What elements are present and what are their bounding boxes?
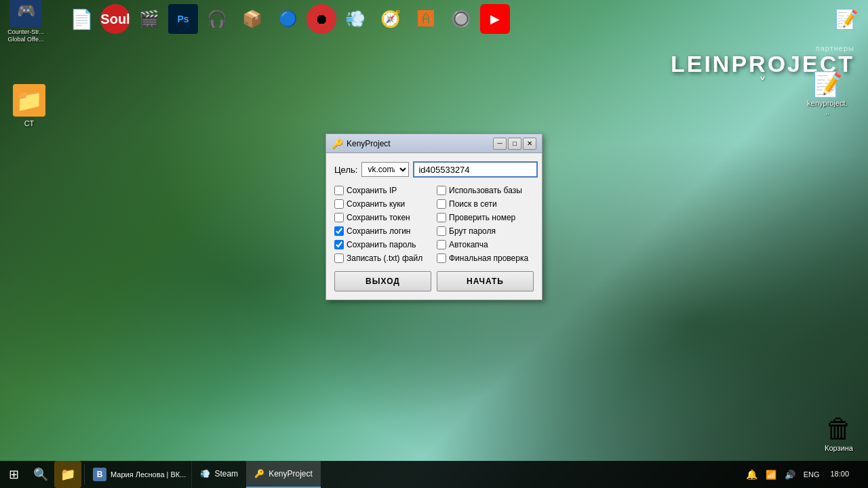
- blank-doc-icon[interactable]: 📄: [65, 3, 98, 35]
- target-select[interactable]: vk.com/: [361, 162, 409, 177]
- checkbox-brute[interactable]: Брут пароля: [437, 226, 534, 236]
- trash-label: Корзина: [825, 444, 853, 453]
- system-tray: 🔔 📶 🔊 ENG 18:00: [743, 461, 868, 488]
- desktop: 🎮 Counter-Str...Global Offe... 📄 Soul 🎬 …: [0, 0, 868, 488]
- csgo-desktop-icon[interactable]: 🎮 Counter-Str...Global Offe...: [5, 0, 46, 45]
- taskbar-pinned-icons: 🎮 Counter-Str...Global Offe... 📄 Soul 🎬 …: [0, 0, 868, 38]
- clock-time: 18:00: [830, 469, 849, 479]
- kenyproject-dialog: 🔑 KenyProject ─ □ ✕ Цель: vk.com/: [326, 134, 542, 300]
- start-button[interactable]: НАЧАТЬ: [437, 271, 534, 291]
- trash-icon-desktop[interactable]: 🗑 Корзина: [815, 411, 863, 455]
- checkbox-check-number[interactable]: Проверить номер: [437, 213, 534, 222]
- vk-user-taskbar[interactable]: В Мария Леснова | ВК...: [87, 461, 192, 488]
- record-app-icon[interactable]: ⏺: [307, 4, 336, 34]
- csgo-label: Counter-Str...Global Offe...: [7, 28, 45, 43]
- steam-taskbar-label: Steam: [214, 469, 238, 479]
- ct-taskbar-icon[interactable]: 📁: [54, 461, 81, 488]
- kenyproject-doc-img: 📝: [812, 70, 843, 99]
- ct-icon: 📁: [60, 467, 75, 482]
- target-row: Цель: vk.com/: [334, 161, 534, 178]
- target-label: Цель:: [334, 165, 357, 175]
- steam-top-icon[interactable]: 💨: [339, 3, 372, 35]
- navigation-icon[interactable]: 🧭: [374, 3, 407, 35]
- steam-taskbar-icon: 💨: [200, 469, 210, 479]
- kenyproject-doc-icon[interactable]: 📝: [830, 3, 863, 35]
- steam-taskbar[interactable]: 💨 Steam: [192, 461, 246, 488]
- exit-button[interactable]: ВЫХОД: [334, 271, 431, 291]
- checkbox-save-txt[interactable]: Записать (.txt) файл: [334, 253, 431, 263]
- kenyproject-doc-desktop[interactable]: 📝 kenyproject...: [804, 68, 851, 119]
- youtube-icon[interactable]: ▶: [480, 4, 510, 34]
- kenyproject-taskbar[interactable]: 🔑 KenyProject: [246, 461, 321, 488]
- dialog-body: Цель: vk.com/ Сохранить IP: [326, 153, 542, 300]
- aurora-icon[interactable]: 🅰: [410, 3, 442, 35]
- checkbox-save-password[interactable]: Сохранить пароль: [334, 240, 431, 249]
- dialog-controls: ─ □ ✕: [493, 138, 536, 150]
- checkbox-use-bases[interactable]: Использовать базы: [437, 186, 534, 195]
- checkbox-save-ip[interactable]: Сохранить IP: [334, 186, 431, 195]
- minimize-button[interactable]: ─: [493, 138, 507, 150]
- start-button[interactable]: ⊞: [0, 461, 27, 488]
- vk-username: Мария Леснова | ВК...: [111, 470, 186, 479]
- vk-taskbar-icon: В: [93, 468, 106, 481]
- notifications-icon[interactable]: 🔔: [743, 469, 760, 480]
- kenyproject-doc-label: kenyproject...: [806, 99, 848, 117]
- circle-app-icon[interactable]: 🔘: [445, 3, 477, 35]
- kenyproject-taskbar-label: KenyProject: [269, 469, 313, 479]
- green-app-icon[interactable]: 📦: [236, 3, 269, 35]
- search-icon: 🔍: [33, 467, 48, 482]
- target-input[interactable]: [413, 161, 538, 178]
- show-desktop-button[interactable]: [857, 461, 863, 488]
- soul-icon-label: Soul: [100, 12, 130, 27]
- checkbox-save-login[interactable]: Сохранить логин: [334, 226, 431, 236]
- taskbar: ⊞ 🔍 📁 В Мария Леснова | ВК... 💨 Steam 🔑 …: [0, 461, 868, 488]
- checkbox-save-token[interactable]: Сохранить токен: [334, 213, 431, 222]
- headphones-app-icon[interactable]: 🎧: [201, 3, 233, 35]
- photoshop-app-icon[interactable]: Ps: [168, 4, 198, 34]
- dialog-titlebar[interactable]: 🔑 KenyProject ─ □ ✕: [326, 134, 542, 153]
- checkbox-search-net[interactable]: Поиск в сети: [437, 199, 534, 209]
- video-editor-icon[interactable]: 🎬: [133, 3, 165, 35]
- checkboxes-right: Использовать базы Поиск в сети Проверить…: [437, 186, 534, 263]
- vpn-icon[interactable]: 🔵: [271, 3, 304, 35]
- search-button[interactable]: 🔍: [27, 461, 54, 488]
- dialog-title: KenyProject: [347, 139, 493, 148]
- language-indicator[interactable]: ENG: [801, 470, 823, 479]
- ct-folder-icon[interactable]: 📁 CT: [5, 81, 53, 131]
- trash-icon-img: 🗑: [825, 413, 852, 444]
- kenyproject-taskbar-icon: 🔑: [254, 469, 264, 479]
- csgo-icon: 🎮: [9, 0, 42, 27]
- checkbox-save-cookies[interactable]: Сохранить куки: [334, 199, 431, 209]
- ct-folder-label: CT: [24, 119, 35, 128]
- network-icon[interactable]: 📶: [763, 470, 779, 480]
- dialog-buttons: ВЫХОД НАЧАТЬ: [334, 271, 534, 291]
- soul-app-icon[interactable]: Soul: [100, 4, 130, 34]
- checkboxes-container: Сохранить IP Сохранить куки Сохранить то…: [334, 186, 534, 263]
- checkbox-autocaptcha[interactable]: Автокапча: [437, 240, 534, 249]
- checkbox-final-check[interactable]: Финальная проверка: [437, 253, 534, 263]
- dialog-title-icon: 🔑: [332, 138, 342, 149]
- maximize-button[interactable]: □: [508, 138, 521, 150]
- volume-icon[interactable]: 🔊: [782, 470, 798, 480]
- close-button[interactable]: ✕: [523, 138, 536, 150]
- clock[interactable]: 18:00: [825, 469, 854, 479]
- checkboxes-left: Сохранить IP Сохранить куки Сохранить то…: [334, 186, 431, 263]
